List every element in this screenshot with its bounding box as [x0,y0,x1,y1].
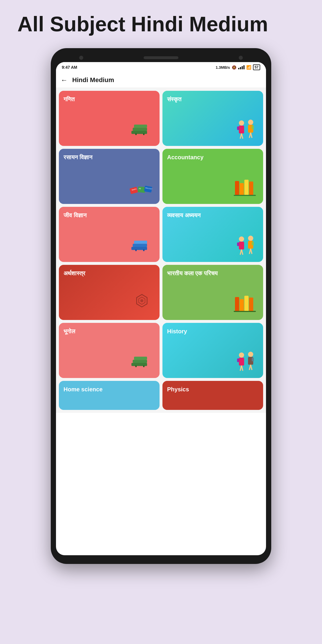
subject-card-arthashastra[interactable]: अर्थशास्त्र [59,265,160,320]
arthashastra-illustration [129,289,155,315]
subject-card-ganit[interactable]: गणित [59,91,160,146]
subject-card-accountancy[interactable]: Accountancy [162,149,263,204]
svg-rect-50 [133,360,147,363]
accountancy-illustration [232,173,258,199]
jeev-illustration [129,231,155,257]
svg-point-31 [239,236,244,242]
subject-label-vyavsay: व्यवसाय अध्ययन [167,211,258,219]
svg-point-35 [248,236,253,241]
svg-rect-14 [252,126,254,129]
status-right: 1.3MB/s 🔕 📶 57 [216,64,261,70]
svg-rect-39 [237,243,239,246]
svg-rect-21 [235,181,239,196]
svg-line-61 [251,365,252,370]
subject-label-jeev: जीव विज्ञान [64,211,155,219]
subjects-grid: गणित संस्कृत [56,88,266,413]
svg-rect-22 [240,183,244,196]
svg-rect-23 [244,180,248,196]
subject-card-vyavsay[interactable]: व्यवसाय अध्ययन [162,207,263,262]
signal-bar-1 [238,68,239,69]
subject-label-arthashastra: अर्थशास्त्र [64,269,155,277]
svg-rect-0 [131,131,147,134]
sanskrit-illustration [232,115,258,141]
svg-rect-45 [240,299,244,312]
back-button[interactable]: ← [61,76,68,84]
front-camera-right [239,56,243,60]
svg-line-38 [251,249,252,254]
svg-line-12 [251,133,252,138]
signal-bars [238,65,245,69]
subject-label-sanskrit: संस्कृत [167,95,258,103]
subject-card-home-science[interactable]: Home science [59,381,160,410]
svg-rect-46 [244,296,248,312]
app-header: ← Hindi Medium [56,73,266,88]
subject-label-bhartiya-kala: भारतीय कला एक परिचय [167,269,258,277]
svg-rect-48 [234,311,256,312]
subject-label-bhugol: भूगोल [64,328,155,335]
svg-rect-1 [133,128,147,131]
subject-card-rasayan[interactable]: रसायन विज्ञान Maths All BIOLOGY [59,149,160,204]
svg-rect-13 [237,126,239,130]
svg-rect-3 [135,133,137,135]
phone-top-bar [56,53,266,62]
signal-bar-3 [242,66,243,69]
svg-rect-49 [131,363,147,366]
battery-icon: 57 [253,64,260,70]
status-time: 9:47 AM [62,65,77,70]
phone-screen: 9:47 AM 1.3MB/s 🔕 📶 57 ← Hindi Medium [56,62,266,555]
svg-rect-4 [143,133,145,135]
svg-rect-32 [239,242,244,249]
subject-card-sanskrit[interactable]: संस्कृत [162,91,263,146]
subject-label-ganit: गणित [64,95,155,103]
subject-card-bhugol[interactable]: भूगोल [59,323,160,378]
phone-frame: 9:47 AM 1.3MB/s 🔕 📶 57 ← Hindi Medium [51,48,271,564]
signal-bar-2 [240,67,241,69]
phone-speaker [144,56,178,59]
svg-point-5 [239,120,244,126]
svg-text:All: All [139,187,141,190]
svg-rect-24 [249,182,253,196]
rasayan-illustration: Maths All BIOLOGY [129,173,155,199]
history-illustration [232,347,258,373]
subject-label-home-science: Home science [64,386,155,393]
svg-rect-40 [252,242,254,245]
subject-card-history[interactable]: History [162,323,263,378]
subject-label-history: History [167,328,258,335]
svg-point-58 [248,352,253,357]
vyavsay-illustration [232,231,258,257]
svg-point-43 [140,299,144,303]
svg-rect-26 [131,247,147,250]
header-title: Hindi Medium [72,76,114,84]
svg-point-54 [239,352,244,358]
svg-rect-25 [234,195,256,196]
subject-card-bhartiya-kala[interactable]: भारतीय कला एक परिचय [162,265,263,320]
subject-card-physics[interactable]: Physics [162,381,263,410]
signal-bar-4 [243,65,245,69]
svg-point-9 [248,120,253,125]
svg-rect-29 [135,249,137,251]
page-title: All Subject Hindi Medium [0,12,322,48]
subject-card-jeev[interactable]: जीव विज्ञान [59,207,160,262]
svg-rect-47 [249,298,253,312]
svg-rect-53 [143,366,145,367]
svg-line-34 [242,249,243,255]
subject-label-rasayan: रसायन विज्ञान [64,153,155,161]
bhugol-illustration [129,347,155,373]
svg-line-57 [242,366,243,371]
mute-icon: 🔕 [232,65,236,70]
svg-rect-52 [135,366,137,367]
svg-rect-62 [237,359,239,362]
svg-rect-51 [134,357,147,360]
svg-rect-28 [134,241,147,244]
svg-rect-6 [239,126,244,133]
svg-rect-63 [252,358,254,361]
status-bar: 9:47 AM 1.3MB/s 🔕 📶 57 [56,62,266,73]
svg-rect-2 [134,125,147,128]
svg-rect-44 [235,297,239,312]
svg-rect-27 [133,244,147,247]
ganit-illustration [129,115,155,141]
svg-rect-30 [143,249,145,251]
bhartiya-kala-illustration [232,289,258,315]
svg-rect-55 [239,358,244,366]
subject-label-physics: Physics [167,386,258,393]
